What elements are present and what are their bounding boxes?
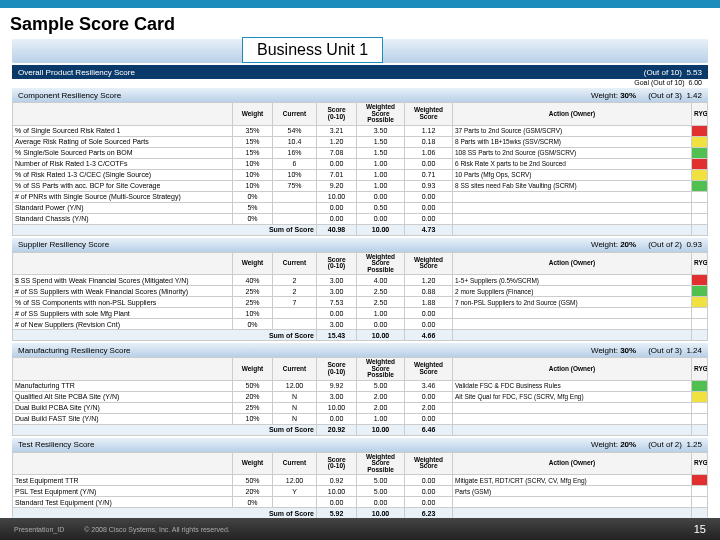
sum-row: Sum of Score5.9210.006.23 — [13, 508, 708, 519]
ryg-cell — [692, 486, 708, 497]
ryg-cell — [692, 136, 708, 147]
table-row: Dual Build PCBA Site (Y/N)25%N10.002.002… — [13, 402, 708, 413]
table-row: # of PNRs with Single Source (Multi-Sour… — [13, 191, 708, 202]
table-row: $ SS Spend with Weak Financial Scores (M… — [13, 275, 708, 286]
score-table: WeightCurrentScore(0-10)WeightedScorePos… — [12, 357, 708, 436]
section-bar: Manufacturing Resiliency ScoreWeight: 30… — [12, 343, 708, 357]
table-row: Test Equipment TTR50%12.000.925.000.00Mi… — [13, 475, 708, 486]
metric-name: Average Risk Rating of Sole Sourced Part… — [13, 136, 233, 147]
ryg-cell — [692, 402, 708, 413]
table-row: % of Risk Rated 1-3 C/CEC (Single Source… — [13, 169, 708, 180]
table-row: # of SS Suppliers with Weak Financial Sc… — [13, 286, 708, 297]
score-table: WeightCurrentScore(0-10)WeightedScorePos… — [12, 252, 708, 342]
table-row: Average Risk Rating of Sole Sourced Part… — [13, 136, 708, 147]
table-row: % of Single Sourced Risk Rated 135%54%3.… — [13, 125, 708, 136]
section-name: Supplier Resiliency Score — [18, 240, 109, 249]
ryg-cell — [692, 319, 708, 330]
metric-name: PSL Test Equipment (Y/N) — [13, 486, 233, 497]
section-name: Manufacturing Resiliency Score — [18, 346, 131, 355]
metric-name: % of Single Sourced Risk Rated 1 — [13, 125, 233, 136]
metric-name: $ SS Spend with Weak Financial Scores (M… — [13, 275, 233, 286]
metric-name: Manufacturing TTR — [13, 380, 233, 391]
metric-name: % of SS Parts with acc. BCP for Site Cov… — [13, 180, 233, 191]
ryg-cell — [692, 213, 708, 224]
page-number: 15 — [694, 523, 706, 535]
ryg-cell — [692, 125, 708, 136]
table-row: Qualified Alt Site PCBA Site (Y/N)20%N3.… — [13, 391, 708, 402]
section-bar: Component Resiliency ScoreWeight: 30%(Ou… — [12, 88, 708, 102]
table-row: Dual Build FAST Site (Y/N)10%N0.001.000.… — [13, 413, 708, 424]
goal-row: Goal (Out of 10) 6.00 — [0, 79, 720, 86]
metric-name: % of Risk Rated 1-3 C/CEC (Single Source… — [13, 169, 233, 180]
table-row: % of SS Parts with acc. BCP for Site Cov… — [13, 180, 708, 191]
ryg-cell — [692, 275, 708, 286]
sum-row: Sum of Score40.9810.004.73 — [13, 224, 708, 235]
metric-name: Dual Build FAST Site (Y/N) — [13, 413, 233, 424]
table-row: % of SS Components with non-PSL Supplier… — [13, 297, 708, 308]
section-name: Test Resiliency Score — [18, 440, 94, 449]
slide-footer: Presentation_ID © 2008 Cisco Systems, In… — [0, 518, 720, 540]
business-unit-box: Business Unit 1 — [242, 37, 383, 63]
table-row: Number of Risk Rated 1-3 C/COTFs10%60.00… — [13, 158, 708, 169]
metric-name: Test Equipment TTR — [13, 475, 233, 486]
metric-name: Dual Build PCBA Site (Y/N) — [13, 402, 233, 413]
ryg-cell — [692, 297, 708, 308]
ryg-cell — [692, 191, 708, 202]
metric-name: Standard Chassis (Y/N) — [13, 213, 233, 224]
ryg-cell — [692, 391, 708, 402]
table-row: Standard Test Equipment (Y/N)0%0.000.000… — [13, 497, 708, 508]
ryg-cell — [692, 158, 708, 169]
metric-name: Standard Test Equipment (Y/N) — [13, 497, 233, 508]
section-bar: Supplier Resiliency ScoreWeight: 20%(Out… — [12, 238, 708, 252]
table-row: PSL Test Equipment (Y/N)20%Y10.005.000.0… — [13, 486, 708, 497]
table-row: Standard Chassis (Y/N)0%0.000.000.00 — [13, 213, 708, 224]
copyright: © 2008 Cisco Systems, Inc. All rights re… — [84, 526, 230, 533]
metric-name: % Single/Sole Sourced Parts on BOM — [13, 147, 233, 158]
ryg-cell — [692, 413, 708, 424]
metric-name: # of PNRs with Single Source (Multi-Sour… — [13, 191, 233, 202]
ryg-cell — [692, 180, 708, 191]
overall-score-bar: Overall Product Resiliency Score (Out of… — [12, 65, 708, 79]
metric-name: % of SS Components with non-PSL Supplier… — [13, 297, 233, 308]
top-ribbon — [0, 0, 720, 8]
overall-label: Overall Product Resiliency Score — [18, 68, 135, 77]
bu-banner: Business Unit 1 — [12, 39, 708, 63]
ryg-cell — [692, 308, 708, 319]
ryg-cell — [692, 380, 708, 391]
metric-name: Number of Risk Rated 1-3 C/COTFs — [13, 158, 233, 169]
score-table: WeightCurrentScore(0-10)WeightedScorePos… — [12, 452, 708, 520]
metric-name: # of SS Suppliers with Weak Financial Sc… — [13, 286, 233, 297]
ryg-cell — [692, 202, 708, 213]
table-row: Standard Power (Y/N)5%0.000.500.00 — [13, 202, 708, 213]
table-row: % Single/Sole Sourced Parts on BOM15%16%… — [13, 147, 708, 158]
ryg-cell — [692, 475, 708, 486]
slide-title: Sample Score Card — [0, 8, 720, 39]
metric-name: Standard Power (Y/N) — [13, 202, 233, 213]
ryg-cell — [692, 286, 708, 297]
metric-name: # of SS Suppliers with sole Mfg Plant — [13, 308, 233, 319]
section-bar: Test Resiliency ScoreWeight: 20%(Out of … — [12, 438, 708, 452]
metric-name: Qualified Alt Site PCBA Site (Y/N) — [13, 391, 233, 402]
ryg-cell — [692, 497, 708, 508]
sum-row: Sum of Score20.9210.006.46 — [13, 424, 708, 435]
table-row: # of New Suppliers (Revision Cnt)0%3.000… — [13, 319, 708, 330]
metric-name: # of New Suppliers (Revision Cnt) — [13, 319, 233, 330]
table-row: # of SS Suppliers with sole Mfg Plant10%… — [13, 308, 708, 319]
score-table: WeightCurrentScore(0-10)WeightedScorePos… — [12, 102, 708, 236]
ryg-cell — [692, 169, 708, 180]
sum-row: Sum of Score15.4310.004.66 — [13, 330, 708, 341]
table-row: Manufacturing TTR50%12.009.925.003.46Val… — [13, 380, 708, 391]
presentation-id: Presentation_ID — [14, 526, 64, 533]
ryg-cell — [692, 147, 708, 158]
section-name: Component Resiliency Score — [18, 91, 121, 100]
